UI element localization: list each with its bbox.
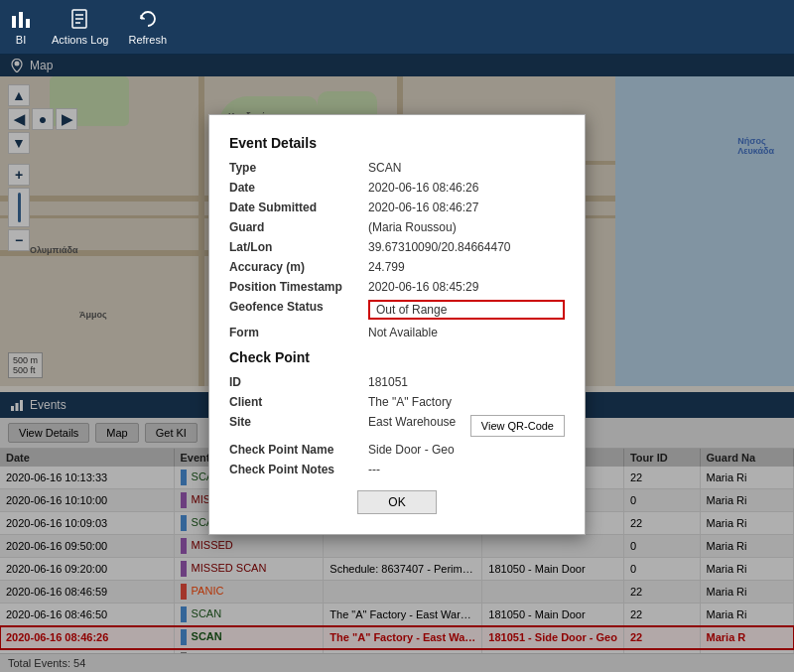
toolbar-actions-log[interactable]: Actions Log	[52, 8, 108, 46]
modal-ok-area: OK	[229, 490, 565, 514]
svg-rect-0	[12, 16, 16, 28]
modal-cp-label: Check Point Notes	[229, 463, 368, 476]
modal-field-label: Position Timestamp	[229, 280, 368, 294]
modal-field-value: 2020-06-16 08:46:26	[368, 181, 565, 195]
svg-rect-2	[26, 19, 30, 28]
actions-log-icon	[69, 8, 91, 30]
modal-field-row: Lat/Lon 39.67310090/20.84664470	[229, 240, 565, 254]
actions-log-label: Actions Log	[52, 34, 108, 46]
modal-field-row: Accuracy (m) 24.799	[229, 260, 565, 274]
event-details-modal: Event Details Type SCAN Date 2020-06-16 …	[208, 114, 586, 535]
modal-cp-label: ID	[229, 375, 368, 389]
toolbar: BI Actions Log Refresh	[0, 0, 794, 55]
modal-field-label: Form	[229, 326, 368, 339]
modal-field-row: Date 2020-06-16 08:46:26	[229, 181, 565, 195]
modal-field-value: 24.799	[368, 260, 565, 274]
modal-field-label: Type	[229, 161, 368, 175]
modal-field-value: 2020-06-16 08:45:29	[368, 280, 565, 294]
modal-field-value: 39.67310090/20.84664470	[368, 240, 565, 254]
modal-field-label: Lat/Lon	[229, 240, 368, 254]
svg-rect-1	[19, 12, 23, 28]
modal-overlay: Event Details Type SCAN Date 2020-06-16 …	[0, 55, 794, 672]
modal-cp-field-row: Client The "A" Factory	[229, 395, 565, 409]
modal-cp-label: Check Point Name	[229, 443, 368, 457]
modal-field-value: SCAN	[368, 161, 565, 175]
view-qr-code-button[interactable]: View QR-Code	[470, 415, 565, 437]
bi-label: BI	[16, 34, 26, 46]
modal-field-row: Date Submitted 2020-06-16 08:46:27	[229, 201, 565, 214]
modal-cp-field-row: Check Point Notes ---	[229, 463, 565, 476]
modal-cp-label: Client	[229, 395, 368, 409]
modal-cp-field-row: Check Point Name Side Door - Geo	[229, 443, 565, 457]
modal-field-value: Not Available	[368, 326, 565, 339]
modal-field-label: Date Submitted	[229, 201, 368, 214]
bi-icon	[10, 8, 32, 30]
modal-field-label: Date	[229, 181, 368, 195]
modal-field-label: Geofence Status	[229, 300, 368, 314]
toolbar-refresh[interactable]: Refresh	[128, 8, 167, 46]
refresh-icon	[137, 8, 159, 30]
refresh-label: Refresh	[128, 34, 167, 46]
modal-cp-field-row: ID 181051	[229, 375, 565, 389]
modal-field-row: Position Timestamp 2020-06-16 08:45:29	[229, 280, 565, 294]
modal-event-details-title: Event Details	[229, 135, 565, 151]
toolbar-bi[interactable]: BI	[10, 8, 32, 46]
modal-cp-value: Side Door - Geo	[368, 443, 565, 457]
modal-cp-label: Site	[229, 415, 368, 429]
modal-field-label: Accuracy (m)	[229, 260, 368, 274]
modal-checkpoint-title: Check Point	[229, 349, 565, 365]
modal-field-row: Geofence Status Out of Range	[229, 300, 565, 320]
modal-field-label: Guard	[229, 220, 368, 234]
modal-field-value: 2020-06-16 08:46:27	[368, 201, 565, 214]
modal-field-row: Guard (Maria Roussou)	[229, 220, 565, 234]
modal-field-value: Out of Range	[368, 300, 565, 320]
modal-field-value: (Maria Roussou)	[368, 220, 565, 234]
modal-cp-value: 181051	[368, 375, 565, 389]
main-content: Map Καρδαμίτσια Ολυμπιάδα Άμμος Καλαμπάκ…	[0, 55, 794, 672]
modal-cp-value: The "A" Factory	[368, 395, 565, 409]
modal-cp-value: East Warehouse	[368, 415, 470, 429]
modal-field-row: Type SCAN	[229, 161, 565, 175]
modal-field-row: Form Not Available	[229, 326, 565, 339]
modal-cp-value: ---	[368, 463, 565, 476]
modal-cp-field-row: Site East Warehouse View QR-Code	[229, 415, 565, 437]
ok-button[interactable]: OK	[357, 490, 436, 514]
